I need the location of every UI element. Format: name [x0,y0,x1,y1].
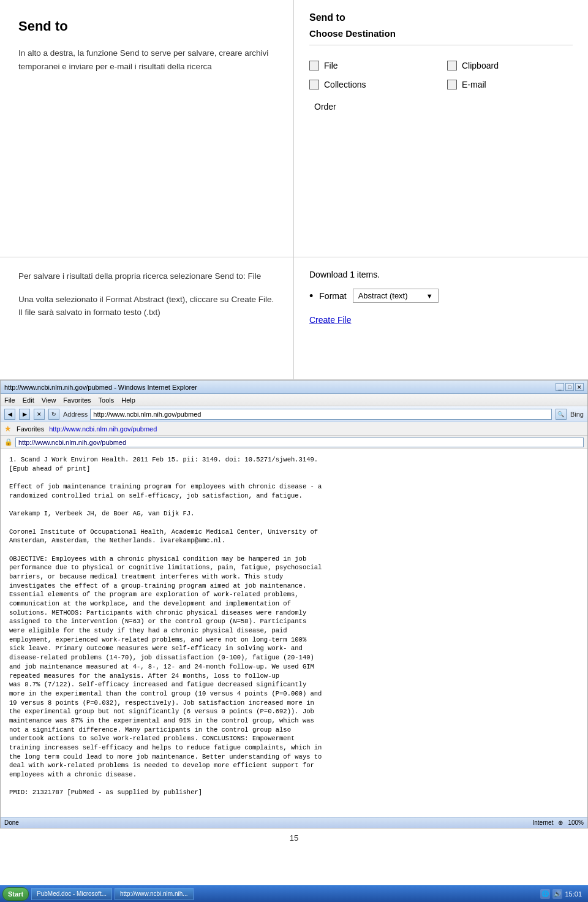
favorites-star-icon: ★ [4,424,12,433]
favorites-link[interactable]: http://www.ncbi.nlm.nih.gov/pubmed [49,425,157,433]
zoom-value: 100% [568,819,584,826]
menu-help[interactable]: Help [121,396,135,404]
menu-tools[interactable]: Tools [99,396,115,404]
address-bar-area: Address [63,409,552,420]
content-line-2: Effect of job maintenance training progr… [9,482,579,491]
radio-clipboard[interactable] [447,61,457,70]
content-line-0: 1. Scand J Work Environ Health. 2011 Feb… [9,455,579,464]
mid-right-panel: Download 1 items. • Format Abstract (tex… [294,257,588,379]
content-line-5: Coronel Institute of Occupational Health… [9,528,579,537]
content-line-24: the experimental group but not significa… [9,707,579,716]
content-line-7: OBJECTIVE: Employees with a chronic phys… [9,555,579,564]
maximize-button[interactable]: □ [565,383,574,391]
bing-label: Bing [570,411,584,418]
content-spacer-2 [9,500,579,509]
radio-email[interactable] [447,80,457,89]
address-input[interactable] [90,409,552,420]
mid-left-panel: Per salvare i risultati della propria ri… [0,257,294,379]
content-line-26: not a significant difference. Many parti… [9,726,579,735]
taskbar-icons: 🌐 🔊 [540,889,562,899]
format-value: Abstract (text) [358,291,408,300]
status-text: Done [4,819,527,826]
browser-titlebar: http://www.ncbi.nlm.nih.gov/pubmed - Win… [1,381,587,394]
menu-edit[interactable]: Edit [23,396,34,404]
taskbar-clock: 15:01 [565,890,586,898]
format-paragraph: Una volta selezionato il Format Abstract… [18,293,275,319]
choose-destination-label: Choose Destination [309,28,573,45]
content-pmid: PMID: 21321787 [PubMed - as supplied by … [9,788,579,797]
close-button[interactable]: ✕ [575,383,584,391]
content-line-29: the long term could lead to more job mai… [9,752,579,762]
content-line-27: undertook actions to solve work-related … [9,734,579,743]
dest-label-email: E-mail [462,80,486,89]
send-to-label: Send to [309,12,573,23]
content-line-16: employment, experienced work-related pro… [9,635,579,645]
menu-view[interactable]: View [42,396,56,404]
browser-title: http://www.ncbi.nlm.nih.gov/pubmed - Win… [4,384,556,391]
minimize-button[interactable]: _ [556,383,564,391]
browser-window: http://www.ncbi.nlm.nih.gov/pubmed - Win… [0,380,588,828]
dropdown-arrow-icon: ▼ [426,292,433,300]
forward-button[interactable]: ▶ [19,409,30,420]
dest-label-clipboard: Clipboard [462,61,499,70]
format-select[interactable]: Abstract (text) ▼ [353,289,439,303]
content-line-23: 19 versus 8 points (P=0.032), respective… [9,699,579,708]
back-button[interactable]: ◀ [4,409,15,420]
dest-option-email[interactable]: E-mail [447,80,573,89]
content-line-13: solutions. METHODS: Participants with ch… [9,608,579,618]
browser-menu-bar: File Edit View Favorites Tools Help [1,394,587,406]
content-spacer-4 [9,545,579,555]
address2-label: 🔒 [4,438,13,446]
radio-collections[interactable] [309,80,319,89]
taskbar-item-1[interactable]: http://www.ncbi.nlm.nih... [115,888,194,900]
taskbar: Start PubMed.doc - Microsoft... http://w… [0,885,588,902]
page-title: Send to [18,18,275,34]
content-spacer-5 [9,779,579,789]
content-line-1: [Epub ahead of print] [9,464,579,474]
favorites-bar: ★ Favorites http://www.ncbi.nlm.nih.gov/… [1,422,587,436]
download-text: Download 1 items. [309,270,573,279]
content-line-3: randomized controlled trial on self-effi… [9,491,579,501]
stop-button[interactable]: ✕ [34,409,45,420]
create-file-button[interactable]: Create File [309,315,351,325]
browser-content: 1. Scand J Work Environ Health. 2011 Feb… [1,449,587,817]
content-line-20: repeated measures for the analysis. Afte… [9,672,579,681]
address-label: Address [63,411,88,418]
content-line-14: assigned to the intervention (N=63) or t… [9,617,579,626]
order-label: Order [314,102,336,112]
menu-favorites[interactable]: Favorites [63,396,91,404]
status-right: Internet ⊕ 100% [533,819,584,826]
content-line-25: maintenance was 87% in the experimental … [9,716,579,726]
content-line-28: training increases self-efficacy and hel… [9,743,579,752]
content-line-18: disease-related problems (14-70), job di… [9,653,579,662]
dest-option-file[interactable]: File [309,61,435,70]
taskbar-item-0[interactable]: PubMed.doc - Microsoft... [31,888,112,900]
refresh-button[interactable]: ↻ [48,409,59,420]
middle-section: Per salvare i risultati della propria ri… [0,257,588,380]
address2-input[interactable] [15,438,584,447]
content-line-8: performance due to physical or cognitive… [9,563,579,572]
menu-file[interactable]: File [4,396,15,404]
format-row: • Format Abstract (text) ▼ [309,289,573,303]
content-spacer-1 [9,473,579,482]
content-line-31: employees with a chronic disease. [9,770,579,779]
dest-option-clipboard[interactable]: Clipboard [447,61,573,70]
save-paragraph: Per salvare i risultati della propria ri… [18,270,275,283]
top-section: Send to In alto a destra, la funzione Se… [0,0,588,257]
dest-option-collections[interactable]: Collections [309,80,435,89]
content-line-11: Essential elements of the program are ex… [9,590,579,599]
search-button[interactable]: 🔍 [556,409,567,420]
volume-icon: 🔊 [552,889,562,899]
content-line-9: barriers, or because medical treatment i… [9,572,579,582]
content-line-17: sick leave. Primary outcome measures wer… [9,644,579,653]
content-line-19: and job maintenance measured at 4-, 8-, … [9,662,579,672]
format-label: Format [319,291,346,301]
browser-toolbar: ◀ ▶ ✕ ↻ Address 🔍 Bing [1,406,587,422]
start-button[interactable]: Start [2,887,29,901]
intro-paragraph: In alto a destra, la funzione Send to se… [18,47,275,73]
radio-file[interactable] [309,61,319,70]
content-line-22: more in the experimental than the contro… [9,689,579,699]
network-icon: 🌐 [540,889,550,899]
internet-zone: Internet [533,819,554,826]
order-row[interactable]: Order [309,102,573,112]
